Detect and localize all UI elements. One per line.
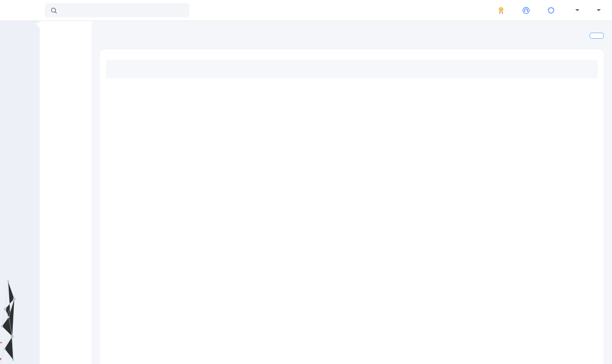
medal-icon xyxy=(497,6,505,15)
chevron-down-icon xyxy=(575,9,579,13)
search-input[interactable] xyxy=(61,7,184,14)
search-box[interactable] xyxy=(45,3,189,17)
plugin-table-card xyxy=(100,49,604,364)
get-more-button[interactable] xyxy=(590,33,604,39)
chevron-down-icon xyxy=(597,9,601,13)
top-header xyxy=(0,0,612,21)
headset-icon xyxy=(522,6,530,15)
search-icon xyxy=(50,7,58,14)
main-content xyxy=(92,21,612,364)
main-sidebar xyxy=(0,21,40,364)
plugin-market-link[interactable] xyxy=(547,6,558,15)
submenu-title xyxy=(40,21,92,34)
table-header-row xyxy=(106,60,598,79)
decoration-network xyxy=(0,277,40,364)
tech-support-link[interactable] xyxy=(522,6,533,15)
plugin-submenu xyxy=(40,21,92,364)
authorized-badge[interactable] xyxy=(497,6,508,15)
user-dropdown[interactable] xyxy=(593,7,601,13)
language-dropdown[interactable] xyxy=(572,7,579,13)
puzzle-icon xyxy=(547,6,555,15)
